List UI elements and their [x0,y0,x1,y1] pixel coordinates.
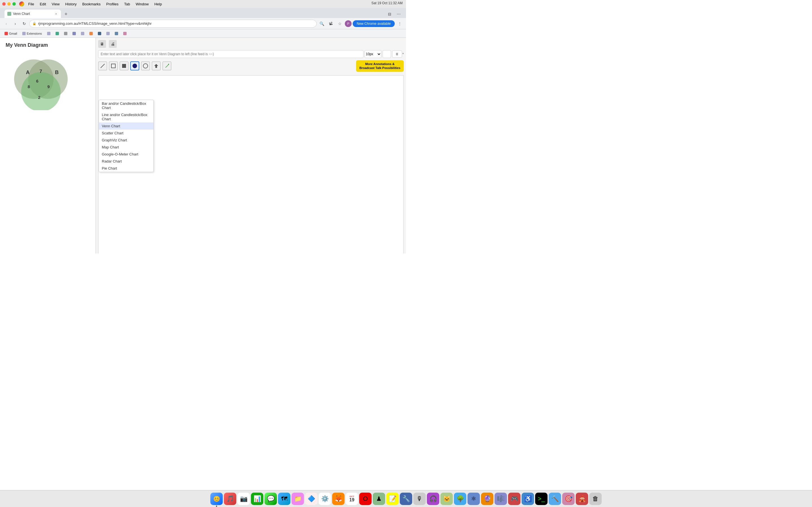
bookmark-reading[interactable] [45,31,53,37]
bookmark-docs[interactable] [53,31,61,37]
tab-bar: Venn Chart × + ⊟ ⋯ [0,8,406,18]
address-bar[interactable] [38,21,313,25]
annotation-rotation: ° [392,50,404,58]
maximize-button[interactable] [12,2,16,6]
chart-type-dropdown[interactable]: Bar and/or Candlestick/Box Chart Line an… [99,100,154,172]
bookmark-favicon [123,32,126,35]
bookmark-favicon [72,32,76,35]
annotation-color-swatch[interactable] [383,50,391,58]
bookmark-favicon [115,32,118,35]
chart-option-pie[interactable]: Pie Chart [99,165,153,172]
bookmark-7[interactable] [121,31,129,37]
menu-file[interactable]: File [26,1,37,7]
titlebar: File Edit View History Bookmarks Profile… [0,0,406,8]
menu-window[interactable]: Window [133,1,151,7]
venn-label-6: 6 [36,78,38,83]
traffic-lights [2,2,16,6]
bookmark-button[interactable]: ☆ [336,20,344,27]
tab-close-button[interactable]: × [54,12,58,16]
svg-rect-5 [122,64,126,68]
venn-label-a: A [26,69,30,75]
media-button[interactable]: 📽 [327,20,335,27]
chrome-logo [19,1,24,6]
more-annotations-button[interactable]: More Annotations &Broadcast Talk Possibi… [356,60,404,72]
svg-marker-8 [154,64,158,68]
bookmark-2[interactable] [79,31,87,37]
svg-point-2 [21,72,61,110]
annotation-size-select[interactable]: 10px 12px 14px 16px 20px [364,50,382,58]
venn-label-7: 7 [40,69,42,74]
navigation-toolbar: ‹ › ↻ 🔒 🔍 📽 ☆ P New Chrome available ⋮ [0,18,406,29]
back-button[interactable]: ‹ [2,20,10,27]
profile-avatar[interactable]: P [345,20,352,27]
bookmark-favicon [98,32,101,35]
address-bar-container[interactable]: 🔒 [29,20,317,27]
bookmark-favicon [106,32,110,35]
bookmark-favicon [56,32,59,35]
bookmark-favicon [22,32,26,35]
forward-button[interactable]: › [11,20,19,27]
chart-option-venn[interactable]: Venn Chart [99,122,153,129]
svg-line-3 [101,64,105,68]
chart-option-line[interactable]: Line and/or Candlestick/Box Chart [99,111,153,122]
chart-option-scatter[interactable]: Scatter Chart [99,129,153,136]
bookmark-5[interactable] [104,31,112,37]
tool-pen[interactable] [162,61,171,70]
tool-rect-filled[interactable] [119,61,129,70]
chart-option-radar[interactable]: Radar Chart [99,158,153,165]
bookmark-gmail[interactable]: Gmail [2,31,19,37]
bookmark-php[interactable] [70,31,78,37]
chart-option-graphviz[interactable]: GraphViz Chart [99,136,153,144]
bookmarks-bar: Gmail Extensions [0,29,406,38]
menu-profiles[interactable]: Profiles [103,1,121,7]
menu-tab[interactable]: Tab [121,1,133,7]
bookmark-favicon [64,32,67,35]
venn-title: My Venn Diagram [6,42,90,48]
chart-option-google-o-meter[interactable]: Google-O-Meter Chart [99,151,153,158]
close-button[interactable] [2,2,6,6]
menu-history[interactable]: History [62,1,79,7]
menu-view[interactable]: View [49,1,62,7]
bookmark-favicon [47,32,50,35]
chrome-menu-button[interactable]: ⋮ [396,20,404,27]
venn-label-9: 9 [47,84,50,89]
tool-circle-outline[interactable] [141,61,150,70]
tool-rect-outline[interactable] [109,61,118,70]
tab-search-button[interactable]: ⊟ [386,10,394,18]
rotation-unit-label: ° [403,52,404,56]
bookmark-ext[interactable]: Extensions [20,31,44,37]
tool-arrow[interactable] [152,61,161,70]
menu-edit[interactable]: Edit [37,1,49,7]
tab-menu-button[interactable]: ⋯ [395,10,403,18]
bookmark-favicon [89,32,93,35]
annotation-icon-monitor[interactable]: 🖥 [98,40,106,48]
venn-label-b: B [55,69,59,75]
bookmark-3[interactable] [87,31,95,37]
bookmark-4[interactable] [96,31,103,37]
tool-circle-filled[interactable] [130,61,139,70]
svg-rect-4 [111,64,115,68]
tool-line[interactable] [98,61,107,70]
chart-option-map[interactable]: Map Chart [99,144,153,151]
annotation-text-input[interactable] [98,50,363,58]
venn-label-8: 8 [28,84,30,89]
annotation-header-icons: 🖥 🖨 [98,40,404,48]
search-button[interactable]: 🔍 [318,20,326,27]
annotation-icon-display[interactable]: 🖨 [109,40,117,48]
annotation-rotation-input[interactable] [392,50,402,58]
new-chrome-button[interactable]: New Chrome available [353,20,395,27]
menu-help[interactable]: Help [151,1,165,7]
chart-option-bar[interactable]: Bar and/or Candlestick/Box Chart [99,100,153,111]
system-datetime: Sat 19 Oct 11:32 AM [371,1,403,5]
menu-bookmarks[interactable]: Bookmarks [80,1,103,7]
security-icon: 🔒 [33,22,36,25]
minimize-button[interactable] [7,2,11,6]
svg-point-6 [133,64,137,68]
bookmark-wiki[interactable] [62,31,70,37]
active-tab[interactable]: Venn Chart × [4,10,61,18]
new-tab-button[interactable]: + [62,10,70,18]
venn-section: My Venn Diagram A B 7 6 8 9 2 [0,38,96,253]
bookmark-6[interactable] [112,31,120,37]
bookmark-favicon [4,32,8,35]
refresh-button[interactable]: ↻ [20,20,28,27]
